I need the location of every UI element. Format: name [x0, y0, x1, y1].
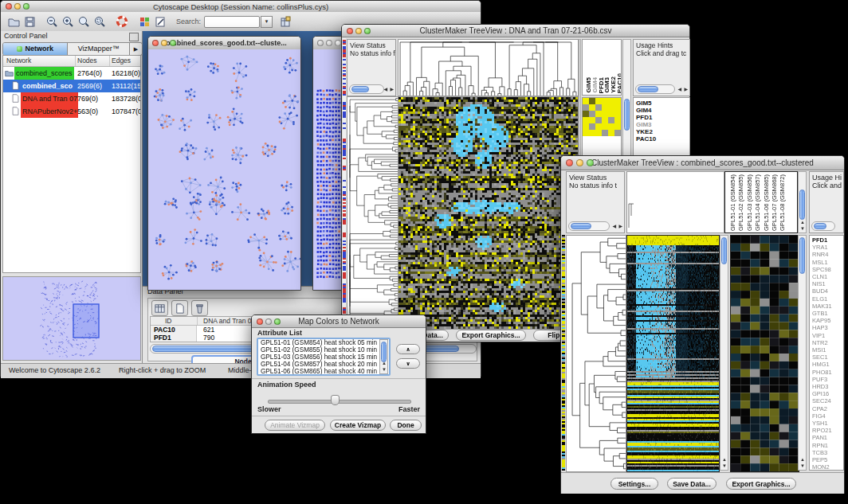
network-row[interactable]: combined_sco2569(6)13112(15) [3, 80, 140, 92]
network-row[interactable]: combined_scores2764(0)16218(0) [3, 67, 140, 80]
attribute-item[interactable]: GPL51-06 (GSM865) heat shock 40 min [261, 369, 389, 376]
vizmapper-icon[interactable] [136, 14, 152, 29]
treeview1-row-dendrogram[interactable] [347, 96, 398, 330]
open-folder-icon[interactable] [6, 14, 22, 29]
treeview2-column-dendrogram[interactable] [626, 171, 724, 233]
scroll-right-icon[interactable]: ▶ [390, 86, 394, 92]
import-table-icon[interactable] [277, 14, 293, 29]
tab-network[interactable]: Network [3, 43, 68, 55]
treeview2-row-dendrogram[interactable] [566, 235, 626, 472]
treeview1-titlebar[interactable]: ClusterMaker TreeView : DNA and Tran 07-… [342, 25, 689, 37]
network2-titlebar[interactable] [313, 37, 344, 50]
network2-canvas[interactable] [313, 49, 344, 290]
zoom-region-icon[interactable] [92, 14, 108, 29]
scroll-down-icon[interactable]: ▼ [800, 463, 805, 469]
minimize-button[interactable] [355, 28, 362, 34]
minimize-button[interactable] [14, 3, 21, 10]
zoom-button[interactable] [587, 159, 594, 166]
save-data-button[interactable]: Save Data... [667, 478, 716, 490]
col-nodes[interactable]: Nodes [77, 57, 97, 64]
scroll-down-icon[interactable]: ▼ [800, 225, 805, 232]
main-titlebar[interactable]: Cytoscape Desktop (Session Name: collins… [1, 1, 481, 13]
treeview1-heatmap[interactable] [398, 96, 579, 330]
animate-vizmap-button[interactable]: Animate Vizmap [265, 420, 325, 431]
network-overview-panel[interactable] [2, 276, 141, 361]
network-overview-canvas[interactable] [3, 277, 140, 360]
scroll-right-icon[interactable]: ▶ [684, 86, 688, 92]
network-row[interactable]: DNA and Tran 07769(0)183728(0) [3, 92, 140, 105]
select-attributes-icon[interactable] [151, 300, 168, 316]
treeview2-titlebar[interactable]: ClusterMaker TreeView : combined_scores_… [561, 156, 844, 170]
save-icon[interactable] [22, 14, 37, 29]
tab-overflow-button[interactable]: ▶ [129, 43, 142, 55]
delete-attribute-icon[interactable] [191, 300, 208, 316]
scroll-down-icon[interactable]: ▼ [382, 366, 387, 373]
treeview2-global-heatmap[interactable] [626, 235, 720, 472]
zoom-button[interactable] [335, 40, 341, 46]
scroll-left-icon[interactable]: ◀ [612, 223, 616, 229]
annotation-icon[interactable] [152, 14, 168, 29]
search-dropdown[interactable]: ▼ [261, 16, 273, 28]
scroll-up-icon[interactable]: ▲ [800, 219, 805, 225]
create-attribute-icon[interactable] [171, 300, 188, 316]
settings-button[interactable]: Settings... [610, 478, 658, 490]
export-graphics-button[interactable]: Export Graphics... [456, 330, 526, 341]
float-panel-icon[interactable] [129, 33, 139, 41]
minimize-button[interactable] [161, 40, 167, 46]
view-status-scrollbar[interactable] [568, 221, 610, 231]
network-row[interactable]: RNAPuberNov2+563(0)107847(0) [3, 105, 140, 118]
scroll-up-icon[interactable]: ▲ [800, 456, 805, 463]
scroll-down-icon[interactable]: ▼ [722, 463, 727, 469]
dialog-titlebar[interactable]: Map Colors to Network [252, 315, 426, 328]
treeview1-column-dendrogram[interactable] [398, 39, 579, 96]
scroll-right-icon[interactable]: ▶ [618, 223, 622, 229]
col-id[interactable]: ID [165, 317, 172, 325]
treeview1-vscroll-thumb[interactable] [624, 99, 630, 131]
usage-hints-scrollbar[interactable] [811, 221, 835, 231]
create-vizmap-button[interactable]: Create Vizmap [330, 420, 386, 431]
move-up-button[interactable]: ∧ [396, 344, 420, 354]
close-button[interactable] [152, 40, 159, 46]
scroll-left-icon[interactable]: ◀ [677, 86, 681, 92]
close-button[interactable] [566, 159, 573, 166]
treeview2-global-strip[interactable] [562, 235, 565, 471]
move-down-button[interactable]: ∨ [396, 358, 420, 369]
zoom-button[interactable] [364, 28, 371, 34]
close-button[interactable] [347, 28, 353, 34]
treeview1-global-strip[interactable] [343, 38, 346, 329]
treeview2-zoom-heatmap[interactable] [730, 235, 799, 472]
export-graphics-button[interactable]: Export Graphics... [726, 478, 796, 490]
network1-canvas[interactable] [148, 49, 300, 290]
zoom-out-icon[interactable] [44, 14, 60, 29]
close-button[interactable] [6, 3, 12, 10]
treeview2-header-vscrollbar[interactable]: ▲ ▼ [798, 171, 807, 233]
animation-speed-slider[interactable] [268, 400, 411, 404]
slider-thumb[interactable] [331, 395, 340, 405]
col-edges[interactable]: Edges [112, 57, 131, 64]
attribute-list[interactable]: GPL51-01 (GSM854) heat shock 05 minGPL51… [257, 338, 391, 376]
zoom-button[interactable] [274, 318, 281, 325]
close-button[interactable] [257, 318, 263, 325]
zoom-button[interactable] [170, 40, 176, 46]
help-ring-icon[interactable] [114, 14, 130, 29]
network1-titlebar[interactable]: combined_scores_good.txt--cluste... [148, 37, 300, 50]
minimize-button[interactable] [265, 318, 272, 325]
treeview2-labels-vscrollbar[interactable]: ▲ ▼ [798, 235, 807, 471]
attribute-list-scrollbar[interactable]: ▲ ▼ [379, 339, 388, 374]
search-input[interactable] [204, 16, 260, 28]
view-status-scrollbar[interactable] [349, 84, 384, 94]
col-network[interactable]: Network [6, 57, 31, 64]
close-button[interactable] [317, 40, 324, 46]
treeview2-global-vscrollbar[interactable]: ▲ ▼ [720, 235, 728, 471]
minimize-button[interactable] [326, 40, 332, 46]
zoom-button[interactable] [23, 3, 29, 10]
zoom-in-icon[interactable] [60, 14, 76, 29]
scroll-up-icon[interactable]: ▲ [722, 456, 727, 463]
usage-hints-scrollbar[interactable] [635, 84, 675, 94]
tab-vizmapper[interactable]: VizMapper™ [68, 43, 129, 55]
scroll-up-icon[interactable]: ▲ [382, 360, 387, 366]
scroll-left-icon[interactable]: ◀ [383, 86, 387, 92]
done-button[interactable]: Done [390, 420, 422, 431]
minimize-button[interactable] [576, 159, 583, 166]
zoom-fit-icon[interactable] [76, 14, 92, 29]
